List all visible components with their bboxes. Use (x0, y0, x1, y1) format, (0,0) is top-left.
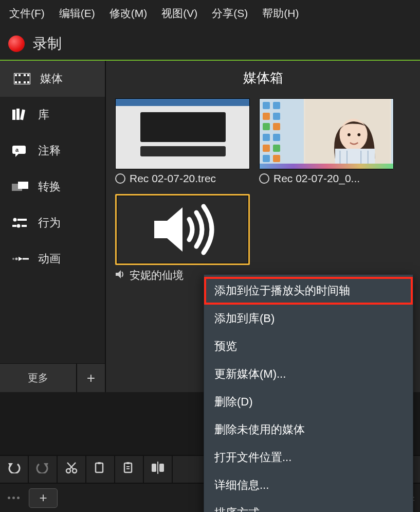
clip-thumbnail (259, 98, 394, 169)
recording-indicator-icon (259, 173, 269, 184)
cut-button[interactable] (58, 456, 86, 483)
clip-caption: Rec 02-07-20_0... (259, 169, 394, 185)
sidebar-item-label: 行为 (38, 215, 61, 231)
svg-rect-3 (27, 74, 29, 76)
ctx-add-to-library[interactable]: 添加到库(B) (204, 305, 413, 332)
media-clip[interactable]: Rec 02-07-20.trec (115, 98, 250, 185)
svg-rect-5 (19, 74, 21, 76)
menu-share[interactable]: 分享(S) (212, 6, 248, 21)
svg-point-19 (17, 224, 21, 228)
ctx-preview[interactable]: 预览 (204, 332, 413, 360)
recording-indicator-icon (115, 173, 125, 184)
paste-button[interactable] (115, 456, 144, 483)
sidebar-add-button[interactable]: + (76, 364, 105, 392)
menu-modify[interactable]: 修改(M) (109, 6, 147, 21)
film-icon (13, 73, 31, 85)
clip-label: Rec 02-07-20.trec (130, 172, 216, 185)
books-icon (11, 109, 29, 121)
svg-rect-18 (17, 219, 27, 221)
svg-rect-9 (12, 110, 15, 120)
ctx-update-media[interactable]: 更新媒体(M)... (204, 360, 413, 388)
svg-rect-10 (16, 109, 20, 120)
transition-icon (11, 181, 29, 193)
split-button[interactable] (144, 456, 173, 483)
menu-file[interactable]: 文件(F) (9, 6, 45, 21)
svg-rect-43 (96, 463, 103, 472)
ctx-delete-unused[interactable]: 删除未使用的媒体 (204, 416, 413, 444)
cut-icon (65, 462, 78, 477)
svg-text:a: a (15, 147, 19, 153)
clip-caption: Rec 02-07-20.trec (115, 169, 250, 185)
svg-point-22 (12, 258, 14, 260)
sidebar-item-transitions[interactable]: 转换 (0, 169, 105, 205)
clip-thumbnail (115, 98, 250, 169)
media-clip-selected[interactable]: 安妮的仙境 (115, 194, 250, 283)
sidebar-more-button[interactable]: 更多 (0, 364, 76, 392)
sidebar-item-label: 库 (38, 107, 49, 122)
add-track-button[interactable]: + (29, 488, 58, 508)
audio-icon (115, 269, 125, 281)
svg-point-29 (357, 133, 360, 136)
sidebar-item-label: 注释 (38, 143, 61, 158)
svg-marker-36 (116, 270, 121, 278)
menu-help[interactable]: 帮助(H) (262, 6, 299, 21)
clip-label: Rec 02-07-20_0... (273, 172, 360, 185)
svg-rect-6 (24, 74, 26, 76)
svg-point-28 (348, 133, 351, 136)
svg-rect-50 (159, 464, 164, 472)
media-clip[interactable]: Rec 02-07-20_0... (259, 98, 394, 185)
sidebar-item-media[interactable]: 媒体 (0, 61, 105, 97)
menu-bar: 文件(F) 编辑(E) 修改(M) 视图(V) 分享(S) 帮助(H) (0, 0, 420, 27)
track-handle-icon[interactable] (0, 497, 27, 499)
ctx-open-location[interactable]: 打开文件位置... (204, 444, 413, 471)
split-icon (151, 462, 165, 477)
svg-rect-12 (12, 146, 26, 154)
copy-icon (94, 462, 106, 477)
svg-rect-20 (12, 225, 16, 227)
annotation-icon: a (11, 145, 29, 157)
redo-icon (36, 462, 49, 476)
menu-edit[interactable]: 编辑(E) (59, 6, 95, 21)
sidebar: 媒体 库 a 注释 转换 行为 (0, 61, 105, 392)
svg-rect-44 (98, 462, 101, 464)
record-row: 录制 (0, 27, 420, 61)
sidebar-item-behaviors[interactable]: 行为 (0, 205, 105, 241)
ctx-sort[interactable]: 排序方式 (204, 499, 413, 512)
clip-label: 安妮的仙境 (130, 268, 184, 283)
record-icon[interactable] (8, 36, 25, 52)
ctx-delete[interactable]: 删除(D) (204, 388, 413, 416)
copy-button[interactable] (86, 456, 115, 483)
record-label[interactable]: 录制 (33, 34, 62, 54)
animation-icon (11, 253, 29, 265)
sidebar-item-annotations[interactable]: a 注释 (0, 133, 105, 169)
sidebar-item-label: 转换 (38, 179, 61, 195)
sidebar-item-label: 动画 (38, 251, 61, 267)
svg-rect-8 (24, 81, 26, 83)
svg-rect-16 (18, 182, 28, 189)
undo-button[interactable] (0, 456, 29, 483)
svg-rect-1 (15, 74, 17, 76)
sidebar-item-label: 媒体 (40, 71, 63, 86)
menu-view[interactable]: 视图(V) (161, 6, 197, 21)
svg-rect-30 (335, 149, 375, 164)
svg-marker-24 (19, 257, 23, 261)
sidebar-more-row: 更多 + (0, 363, 105, 392)
clip-thumbnail (115, 194, 250, 265)
svg-rect-4 (27, 81, 29, 83)
ctx-details[interactable]: 详细信息... (204, 471, 413, 499)
svg-rect-2 (15, 81, 17, 83)
undo-icon (7, 462, 21, 476)
svg-rect-7 (19, 81, 21, 83)
paste-icon (123, 462, 135, 477)
context-menu: 添加到位于播放头的时间轴 添加到库(B) 预览 更新媒体(M)... 删除(D)… (204, 274, 413, 512)
ctx-add-to-timeline[interactable]: 添加到位于播放头的时间轴 (204, 277, 413, 305)
sidebar-item-library[interactable]: 库 (0, 97, 105, 133)
svg-rect-49 (152, 464, 156, 472)
behaviors-icon (11, 217, 29, 229)
sidebar-item-animations[interactable]: 动画 (0, 241, 105, 277)
speaker-icon (117, 196, 248, 263)
svg-marker-35 (154, 207, 182, 252)
redo-button[interactable] (29, 456, 58, 483)
media-bin: Rec 02-07-20.trec (106, 92, 420, 289)
media-bin-title: 媒体箱 (106, 61, 420, 92)
